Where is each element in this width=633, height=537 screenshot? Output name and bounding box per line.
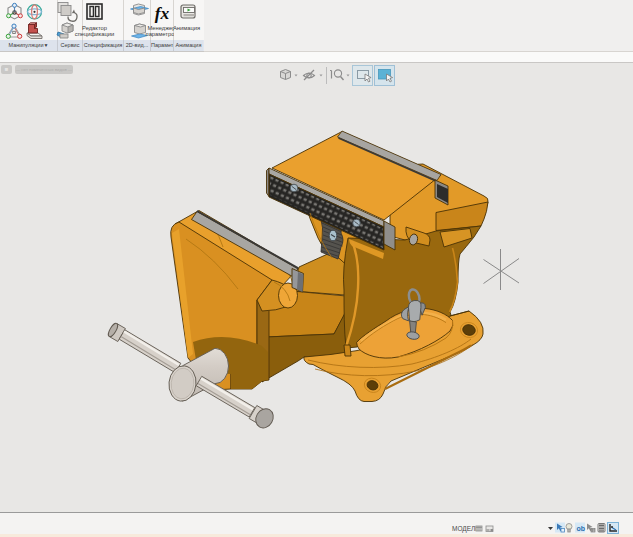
svg-text:спецификации: спецификации <box>75 31 115 37</box>
svg-text:ob: ob <box>577 525 586 532</box>
svg-text:параметров: параметров <box>145 31 177 37</box>
svg-text:Анимация: Анимация <box>174 25 200 31</box>
svg-text:fx: fx <box>155 3 170 23</box>
svg-text:МОДЕЛЬ: МОДЕЛЬ <box>452 525 480 533</box>
